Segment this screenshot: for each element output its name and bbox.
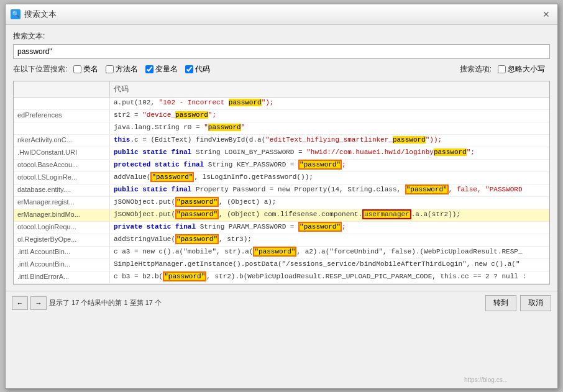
status-text: 显示了 17 个结果中的第 1 至第 17 个 [49,298,162,308]
footer-bar: ← → 显示了 17 个结果中的第 1 至第 17 个 转到 取消 [6,291,557,315]
dialog-icon: 🔍 [11,9,21,19]
watermark: https://blog.cs... [464,376,508,383]
result-location [14,98,110,109]
action-buttons: 转到 取消 [485,295,551,311]
table-row[interactable]: edPreferences str2 = "device_password"; [14,110,549,122]
options-row: 在以下位置搜索: 类名 方法名 变量名 代码 搜索选项: 忽略大小写 [13,64,550,75]
col-location-header [14,81,110,97]
result-location: erManager.regist... [14,197,110,209]
scope-label: 在以下位置搜索: [13,64,67,75]
result-code: addStringValue("password", str3); [110,234,549,246]
table-row[interactable]: .intl.BindErrorA... c b3 = b2.b("passwor… [14,271,549,284]
prev-button[interactable]: ← [12,296,28,310]
options-left: 在以下位置搜索: 类名 方法名 变量名 代码 [13,64,215,75]
result-location: otocol.BaseAccou... [14,160,110,171]
col-code-header: 代码 [110,81,549,97]
nav-buttons: ← → 显示了 17 个结果中的第 1 至第 17 个 [12,296,162,310]
result-location: .HwIDConstant.URI [14,147,110,159]
result-code: protected static final String KEY_PASSWO… [110,160,549,171]
search-options-label: 搜索选项: [460,64,492,75]
checkbox-ignorecase-label: 忽略大小写 [508,64,545,75]
checkbox-code-label: 代码 [195,64,210,75]
result-location: nkerActivity.onC... [14,135,110,147]
results-header: 代码 [14,81,549,98]
table-row[interactable]: .intl.AccountBin... c a3 = new c().a("mo… [14,247,549,259]
result-location: .intl.AccountBin... [14,247,110,258]
result-code: c a3 = new c().a("mobile", str).a("passw… [110,247,549,258]
result-location: otocol.LoginRequ... [14,222,110,234]
goto-button[interactable]: 转到 [485,295,516,311]
results-section: 代码 a.put(102, "102 - Incorrect password"… [13,81,550,285]
title-bar: 🔍 搜索文本 ✕ [6,4,557,25]
search-input[interactable] [13,44,550,59]
result-code: str2 = "device_password"; [110,110,549,122]
next-button[interactable]: → [30,296,47,310]
search-label: 搜索文本: [13,31,550,42]
result-code: addValue("password", lsLoginInfo.getPass… [110,172,549,184]
result-location: erManager.bindMo... [14,209,110,221]
checkbox-varname-label: 变量名 [155,64,178,75]
dialog-title: 搜索文本 [24,9,57,20]
cancel-button[interactable]: 取消 [520,295,551,311]
result-code: this.c = (EditText) findViewById(d.a("ed… [110,135,549,147]
result-code: a.put(102, "102 - Incorrect password"); [110,98,549,109]
result-location: ol.RegisterByOpe... [14,234,110,246]
checkbox-methodname[interactable]: 方法名 [106,64,138,75]
table-row[interactable]: otocol.LSLoginRe... addValue("password",… [14,172,549,185]
result-location: edPreferences [14,110,110,122]
options-right: 搜索选项: 忽略大小写 [460,64,550,75]
checkbox-code[interactable]: 代码 [185,64,210,75]
close-button[interactable]: ✕ [540,8,552,21]
result-location: database.entity.... [14,185,110,196]
table-row[interactable]: java.lang.String r0 = "password" [14,122,549,135]
results-body[interactable]: a.put(102, "102 - Incorrect password"); … [14,98,549,284]
table-row[interactable]: database.entity.... public static final … [14,185,549,197]
table-row[interactable]: ol.RegisterByOpe... addStringValue("pass… [14,234,549,247]
table-row[interactable]: otocol.LoginRequ... private static final… [14,222,549,234]
result-code: private static final String PARAM_PASSWO… [110,222,549,234]
result-location [14,122,110,134]
table-row[interactable]: nkerActivity.onC... this.c = (EditText) … [14,135,549,147]
search-dialog: 🔍 搜索文本 ✕ 搜索文本: 在以下位置搜索: 类名 方法名 变量名 [5,4,558,389]
checkbox-classname-label: 类名 [83,64,98,75]
result-location: .intl.BindErrorA... [14,271,110,283]
dialog-body: 搜索文本: 在以下位置搜索: 类名 方法名 变量名 代码 [6,25,557,291]
checkbox-ignorecase[interactable]: 忽略大小写 [498,64,545,75]
title-bar-left: 🔍 搜索文本 [11,9,57,20]
table-row[interactable]: a.put(102, "102 - Incorrect password"); [14,98,549,110]
checkbox-classname[interactable]: 类名 [73,64,98,75]
table-row[interactable]: otocol.BaseAccou... protected static fin… [14,160,549,172]
result-code: java.lang.String r0 = "password" [110,122,549,134]
result-code: jSONObject.put("password", (Object) a); [110,197,549,209]
result-code: public static final Property Password = … [110,185,549,196]
checkbox-methodname-label: 方法名 [116,64,138,75]
table-row[interactable]: erManager.bindMo... jSONObject.put("pass… [14,209,549,222]
result-code: SimpleHttpManager.getInstance().postData… [110,259,549,271]
result-location: .intl.AccountBin... [14,259,110,271]
table-row[interactable]: .intl.AccountBin... SimpleHttpManager.ge… [14,259,549,271]
table-row[interactable]: erManager.regist... jSONObject.put("pass… [14,197,549,209]
checkbox-varname[interactable]: 变量名 [145,64,178,75]
table-row[interactable]: .HwIDConstant.URI public static final St… [14,147,549,160]
result-code: public static final String LOGIN_BY_PASS… [110,147,549,159]
result-location: otocol.LSLoginRe... [14,172,110,184]
result-code: jSONObject.put("password", (Object) com.… [110,209,549,221]
result-code: c b3 = b2.b("password", str2).b(WebPicUp… [110,271,549,283]
